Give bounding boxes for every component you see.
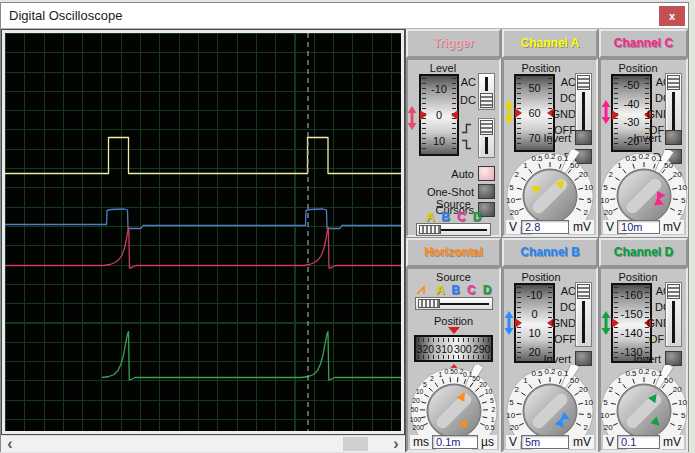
auto-label: Auto [451,168,474,180]
trigger-edge-icons [460,123,473,150]
channel-c-position-arrow[interactable] [601,100,611,128]
channel-d-position-arrow[interactable] [601,311,611,339]
slider-scale-number: -10 [421,83,457,95]
hdial-number: 300 [454,343,472,355]
coupling-label-AC: AC [561,76,576,88]
channel-b-position-arrow[interactable] [504,311,514,339]
svg-text:2: 2 [584,423,589,432]
svg-text:10: 10 [677,398,686,407]
scroll-thumb[interactable] [343,437,368,451]
source-channel-B[interactable]: B [441,210,450,224]
control-panels: Trigger Level -10010 ACDC AutoOne-ShotCu… [405,29,688,452]
trigger-coupling-switch[interactable] [478,73,495,110]
trigger-level-adjust-arrow[interactable] [407,106,417,134]
svg-text:5: 5 [681,411,686,420]
channel-a-unit-right: mV [570,220,594,234]
channel-c-invert-button[interactable] [665,130,682,145]
invert-label: Invert [633,353,661,365]
channel-d-trace [102,332,401,381]
coupling-label-DC: DC [560,92,576,104]
position-marker-top [448,327,460,334]
source-channel-A[interactable]: A [436,283,445,297]
horizontal-source-label: Source [408,271,499,283]
window-title: Digital Oscilloscope [1,8,122,23]
position-label: Position [512,62,570,74]
svg-text:20: 20 [579,385,588,394]
channel-d-title: Channel D [599,238,688,267]
source-channel-D[interactable]: D [483,283,492,297]
horizontal-source-slider[interactable] [415,297,493,310]
svg-text:100: 100 [409,416,421,423]
svg-text:20: 20 [579,170,588,179]
channel-c-scale-value: 10m [617,220,660,234]
rising-edge-icon[interactable] [460,123,473,134]
channel-d-invert-button[interactable] [665,351,682,366]
trigger-edge-switch[interactable] [478,118,495,158]
slider-scale-number: 10 [421,135,457,147]
svg-text:2: 2 [514,170,519,179]
source-channel-D[interactable]: D [473,210,482,224]
channel-b-trace [5,209,401,229]
slider-marker-left [515,318,522,328]
timebase-unit-left: ms [410,435,432,449]
channel-b-coupling-switch[interactable] [575,282,592,347]
channel-c-unit-left: V [603,220,617,234]
channel-d-scale-value: 0.1 [617,435,660,449]
panel-trigger: Trigger Level -10010 ACDC AutoOne-ShotCu… [406,29,501,237]
horizontal-position-dial[interactable]: 320310300290 [414,335,493,362]
panel-channel-b: Channel B Position -1001020 ACDCGNDOFF I… [502,238,598,452]
svg-text:0.2: 0.2 [544,152,556,161]
falling-edge-icon[interactable] [460,139,473,150]
channel-c-coupling-switch[interactable] [665,73,682,138]
svg-text:20: 20 [510,423,519,432]
svg-text:10: 10 [506,411,515,420]
auto-button[interactable] [478,166,495,181]
svg-text:20: 20 [479,381,487,388]
channel-a-unit-left: V [506,220,520,234]
coupling-label-GND: GND [552,108,576,120]
scroll-left-icon[interactable]: ‹ [1,436,19,452]
channel-d-coupling-switch[interactable] [665,282,682,347]
svg-text:5: 5 [509,398,514,407]
svg-text:10: 10 [484,388,492,395]
channel-a-position-arrow[interactable] [504,100,514,128]
display-scrollbar[interactable]: ‹ › [1,435,405,452]
hdial-number: 320 [417,343,435,355]
close-button[interactable]: x [659,6,685,26]
trigger-source-slider[interactable] [416,223,491,236]
position-label: Position [609,271,667,283]
channel-a-invert-button[interactable] [575,130,592,145]
source-channel-A[interactable]: A [426,210,435,224]
svg-text:0.5: 0.5 [444,368,454,375]
slider-marker-left [612,318,619,328]
channel-c-unit-right: mV [660,220,684,234]
timebase-unit-right: µs [478,435,497,449]
channel-c-trace [5,228,401,269]
svg-text:0.1: 0.1 [557,369,569,378]
source-channel-C[interactable]: C [467,283,476,297]
svg-text:0.5: 0.5 [485,424,495,431]
svg-text:20: 20 [510,208,519,217]
coupling-label-AC: AC [561,285,576,297]
svg-text:0.2: 0.2 [638,152,650,161]
window-titlebar[interactable]: Digital Oscilloscope x [1,3,688,29]
channel-a-coupling-switch[interactable] [575,73,592,138]
trigger-level-slider[interactable]: -10010 [419,74,459,156]
svg-text:2: 2 [430,375,434,382]
channel-b-invert-button[interactable] [575,351,592,366]
source-channel-C[interactable]: C [457,210,466,224]
scroll-right-icon[interactable]: › [387,436,405,452]
timebase-value: 0.1m [432,435,478,449]
svg-text:50: 50 [410,406,418,413]
channel-a-coupling-labels: ACDCGNDOFF [548,76,576,136]
scroll-track[interactable] [19,436,387,452]
waveform-plot [5,33,401,431]
source-channel-B[interactable]: B [451,283,460,297]
one-shot-button[interactable] [478,184,495,199]
trigger-source-channels: ABCD [408,210,499,224]
channel-b-coupling-labels: ACDCGNDOFF [548,285,576,345]
svg-text:5: 5 [587,196,592,205]
svg-text:5: 5 [603,183,608,192]
ramp-icon [416,285,429,296]
invert-label: Invert [543,353,571,365]
